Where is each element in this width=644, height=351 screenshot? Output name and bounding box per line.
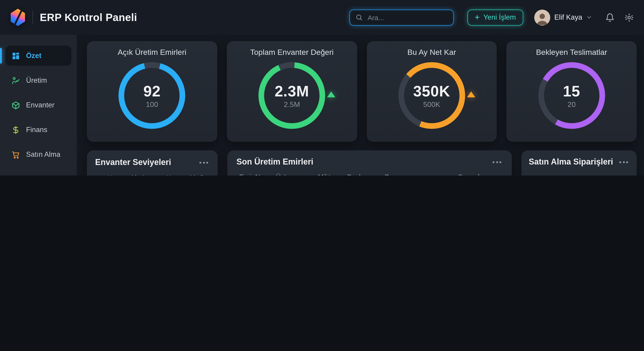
legend-item-hammadde-a: Hammadde A [96,174,153,175]
purchases-card-title: Satın Alma Siparişleri [529,157,613,167]
settings-gear-icon[interactable] [624,12,634,22]
active-indicator [0,48,2,63]
menu-dots-icon[interactable] [616,160,629,164]
kpi-card-toplam-envanter-de-eri: Toplam Envanter Değeri2.3M2.5M [227,41,357,142]
cart-icon [12,150,20,159]
sidebar-item-sat-n-alma[interactable]: Satın Alma [6,144,71,165]
sidebar: ÖzetÜretimEnvanterFinansSatın AlmaRaporl… [0,35,77,175]
trend-up-icon [327,91,335,97]
topbar: ERP Kontrol Paneli + Yeni İşlem Elif Kay… [0,0,644,35]
kpi-card-bu-ay-net-kar: Bu Ay Net Kar350K500K [366,41,497,142]
kpi-center: 2.3M2.5M [258,62,325,129]
new-transaction-label: Yeni İşlem [484,13,516,21]
topbar-actions: + Yeni İşlem Elif Kaya [350,9,638,25]
chevron-down-icon [586,14,592,20]
column-header-emir-no: Emir No [239,173,276,175]
kpi-target: 100 [146,100,158,108]
menu-dots-icon[interactable] [196,160,210,165]
grid-icon [12,51,20,60]
new-transaction-button[interactable]: + Yeni İşlem [468,9,523,25]
app-logo-icon [10,9,26,26]
layout: ÖzetÜretimEnvanterFinansSatın AlmaRaporl… [0,35,644,175]
kpi-title: Açık Üretim Emirleri [93,48,211,57]
kpi-value: 2.3M [275,82,309,100]
kpi-ring-wrap: 350K500K [398,62,465,129]
card-head: Satın Alma Siparişleri [529,157,629,167]
kpi-target: 2.5M [284,100,300,108]
purchase-orders-card: Satın Alma Siparişleri SA031Onay Bekliyo… [522,150,637,175]
user-menu[interactable]: Elif Kaya [534,9,592,25]
legend-label: Hammadde A [108,174,146,175]
table-header: Emir NoÜrünMiktarBaşlangıçDurumSorumlu [236,173,503,175]
sidebar-item-retim[interactable]: Üretim [6,70,71,90]
notifications-bell-icon[interactable] [605,12,615,22]
inventory-card-title: Envanter Seviyeleri [95,158,171,167]
brand: ERP Kontrol Paneli [10,9,137,26]
plus-icon: + [475,12,480,21]
kpi-value: 15 [563,82,580,100]
sidebar-item-label: Özet [26,52,42,60]
cube-icon [12,101,20,109]
sidebar-item-finans[interactable]: Finans [6,120,71,140]
worker-icon [12,76,20,85]
legend-item-hammadde-b: Hammadde B [154,174,208,175]
kpi-center: 350K500K [398,62,465,129]
kpi-title: Toplam Envanter Değeri [233,48,351,57]
kpi-ring-wrap: 92100 [119,62,186,129]
user-avatar [534,9,550,25]
kpi-title: Bekleyen Teslimatlar [513,48,630,57]
chart-legend: Hammadde AHammadde BYan Mamul CÜrün DKri… [96,174,208,175]
kpi-row: Açık Üretim Emirleri92100Toplam Envanter… [87,41,637,142]
sidebar-item-label: Üretim [26,76,47,84]
sidebar-item-raporlar[interactable]: Raporlar [6,169,71,175]
legend-label: Hammadde B [166,174,204,175]
kpi-center: 92100 [119,62,186,129]
sidebar-item-label: Raporlar [26,175,53,175]
production-orders-card: Son Üretim Emirleri Emir NoÜrünMiktarBaş… [227,150,512,175]
orders-card-title: Son Üretim Emirleri [236,157,313,167]
bottom-row: Envanter Seviyeleri Hammadde AHammadde B… [87,150,637,175]
card-head: Envanter Seviyeleri [95,158,210,167]
inventory-levels-card: Envanter Seviyeleri Hammadde AHammadde B… [87,150,218,175]
kpi-card-a-k-retim-emirleri: Açık Üretim Emirleri92100 [87,41,217,142]
sidebar-item-zet[interactable]: Özet [6,46,71,66]
main-content: Açık Üretim Emirleri92100Toplam Envanter… [77,35,644,175]
kpi-target: 500K [423,100,440,108]
search-box[interactable] [350,9,454,25]
dollar-icon [12,125,20,134]
divider [32,10,33,24]
kpi-ring-wrap: 2.3M2.5M [258,62,325,129]
search-input[interactable] [367,13,448,22]
column-header-miktar: Miktar [318,173,347,175]
column-header-r-n: Ürün [276,173,318,175]
column-header-durum: Durum [385,173,458,175]
column-header-ba-lang: Başlangıç [347,173,385,175]
kpi-target: 20 [568,100,576,108]
kpi-card-bekleyen-teslimatlar: Bekleyen Teslimatlar1520 [506,41,637,142]
sidebar-items: ÖzetÜretimEnvanterFinansSatın AlmaRaporl… [6,46,71,175]
user-name: Elif Kaya [554,13,582,21]
erp-dashboard: ERP Kontrol Paneli + Yeni İşlem Elif Kay… [0,0,644,175]
search-icon [356,14,363,21]
sidebar-item-envanter[interactable]: Envanter [6,95,71,115]
kpi-center: 1520 [538,62,605,129]
report-icon [12,175,20,175]
card-head: Son Üretim Emirleri [236,157,503,167]
column-header-sorumlu: Sorumlu [458,173,500,175]
kpi-value: 350K [413,82,450,100]
sidebar-item-label: Satın Alma [26,150,60,159]
sidebar-item-label: Finans [26,126,47,134]
sidebar-item-label: Envanter [26,101,54,109]
page-title: ERP Kontrol Paneli [40,11,137,23]
kpi-value: 92 [144,82,160,100]
kpi-ring-wrap: 1520 [538,62,605,129]
trend-up-icon [467,91,475,97]
kpi-title: Bu Ay Net Kar [373,48,490,57]
menu-dots-icon[interactable] [490,160,503,164]
